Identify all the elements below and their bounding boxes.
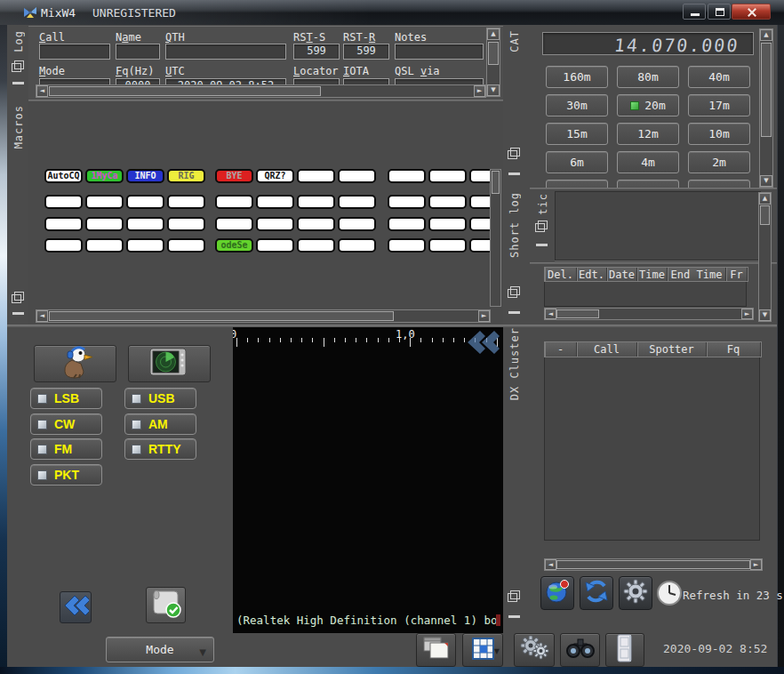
- dx-cluster-undock-icon[interactable]: [508, 590, 520, 602]
- field-input-call[interactable]: [39, 44, 110, 60]
- tab-cat[interactable]: CAT: [508, 30, 521, 52]
- column-header-time[interactable]: Time: [637, 268, 668, 281]
- macro-button-blank[interactable]: [85, 238, 124, 253]
- band-button-30m[interactable]: 30m: [546, 94, 608, 116]
- macro-button-blank[interactable]: [167, 238, 205, 253]
- macro-button-blank[interactable]: [297, 238, 335, 253]
- column-header-spotter[interactable]: Spotter: [637, 342, 707, 357]
- band-button-12m[interactable]: 12m: [617, 123, 679, 145]
- scroll-right-arrow[interactable]: ►: [741, 309, 753, 319]
- dx-refresh-button[interactable]: [580, 576, 613, 610]
- macro-button-info[interactable]: INFO: [126, 169, 164, 183]
- macro-button-blank[interactable]: [428, 169, 467, 183]
- scroll-thumb[interactable]: [49, 86, 321, 96]
- mode-button-lsb[interactable]: LSB: [30, 388, 102, 409]
- search-button[interactable]: [560, 633, 600, 667]
- butterfly-logo-icon[interactable]: [23, 5, 37, 23]
- tab-dx-cluster[interactable]: DX Cluster: [508, 327, 521, 400]
- scroll-thumb[interactable]: [488, 42, 499, 65]
- log-horizontal-scrollbar[interactable]: ◄ ►: [36, 84, 486, 98]
- mode-button-cw[interactable]: CW: [30, 413, 102, 435]
- macro-button-blank[interactable]: [338, 238, 376, 253]
- macro-button-autocq[interactable]: AutoCQ: [44, 169, 83, 183]
- macro-button-blank[interactable]: [469, 169, 490, 183]
- scroll-thumb[interactable]: [761, 43, 772, 137]
- tab-macros[interactable]: Macros: [12, 105, 25, 148]
- cat-vertical-scrollbar[interactable]: ▲ ▼: [759, 28, 773, 188]
- layout-grid-button[interactable]: ▼: [462, 633, 503, 667]
- macro-button-blank[interactable]: [428, 238, 467, 253]
- short-log-horizontal-scrollbar[interactable]: ◄ ►: [544, 308, 754, 320]
- macros-vertical-scrollbar[interactable]: [490, 169, 501, 307]
- macro-button-blank[interactable]: [44, 195, 83, 209]
- scroll-up-arrow[interactable]: ▲: [760, 29, 772, 41]
- macro-button-blank[interactable]: [215, 217, 253, 231]
- scroll-right-arrow[interactable]: ►: [750, 559, 762, 570]
- band-button-17m[interactable]: 17m: [688, 94, 750, 116]
- field-input-qth[interactable]: [165, 44, 286, 60]
- band-button-40m[interactable]: 40m: [688, 66, 750, 88]
- scroll-left-arrow[interactable]: ◄: [36, 85, 48, 97]
- column-header-fq[interactable]: Fq: [707, 342, 761, 357]
- macro-button-blank[interactable]: [85, 217, 124, 231]
- short-log-minimize-icon[interactable]: [508, 311, 520, 314]
- macro-button-blank[interactable]: [256, 195, 294, 209]
- macro-button-blank[interactable]: [85, 195, 124, 209]
- macro-button-blank[interactable]: [256, 238, 294, 253]
- scroll-thumb[interactable]: [556, 560, 750, 569]
- log-script-button[interactable]: [146, 587, 186, 623]
- macros-minimize-icon[interactable]: [12, 312, 24, 315]
- band-button-10m[interactable]: 10m: [688, 123, 750, 145]
- macro-button-blank[interactable]: [469, 217, 490, 231]
- scroll-down-arrow[interactable]: ▼: [487, 84, 500, 96]
- column-header-call[interactable]: Call: [577, 342, 637, 357]
- waterfall-display[interactable]: 0 1,0 (Realtek High Definition (channel …: [233, 327, 503, 633]
- scroll-thumb[interactable]: [760, 205, 770, 225]
- exit-button[interactable]: [605, 633, 644, 667]
- macro-button-odese[interactable]: odeSe: [215, 238, 253, 253]
- column-header-date[interactable]: Date: [607, 268, 637, 281]
- band-button-2m[interactable]: 2m: [688, 151, 750, 173]
- macro-button-blank[interactable]: [338, 195, 376, 209]
- macro-button-blank[interactable]: [388, 238, 426, 253]
- dx-cluster-minimize-icon[interactable]: [508, 615, 520, 618]
- scroll-right-arrow[interactable]: ►: [474, 85, 485, 97]
- band-button-15m[interactable]: 15m: [546, 123, 608, 145]
- macro-button-blank[interactable]: [256, 217, 294, 231]
- close-button[interactable]: [732, 4, 771, 20]
- macros-undock-icon[interactable]: [12, 292, 24, 303]
- band-button-20m[interactable]: 20m: [617, 94, 679, 116]
- macro-button-blank[interactable]: [44, 238, 83, 253]
- band-button-160m[interactable]: 160m: [546, 66, 608, 88]
- scroll-down-arrow[interactable]: ▼: [759, 309, 771, 321]
- macro-button-1myca[interactable]: 1MyCa: [85, 169, 124, 183]
- short-log-vertical-scrollbar[interactable]: ▲ ▼: [758, 192, 772, 322]
- band-button-4m[interactable]: 4m: [617, 151, 679, 173]
- waterfall-collapse-icon[interactable]: [464, 329, 500, 359]
- macro-button-blank[interactable]: [428, 217, 467, 231]
- column-header-del[interactable]: Del.: [545, 268, 577, 281]
- cat-undock-icon[interactable]: [508, 148, 520, 159]
- radar-screen-button[interactable]: [128, 345, 211, 382]
- field-input-name[interactable]: [116, 44, 160, 60]
- band-button-80m[interactable]: 80m: [617, 66, 679, 88]
- macro-button-blank[interactable]: [388, 195, 426, 209]
- macro-button-blank[interactable]: [215, 195, 253, 209]
- dx-settings-button[interactable]: [619, 576, 652, 610]
- settings-button[interactable]: [514, 633, 555, 667]
- dx-web-button[interactable]: [540, 576, 574, 610]
- macro-button-blank[interactable]: [297, 195, 335, 209]
- short-log-undock-icon[interactable]: [508, 286, 520, 298]
- scroll-down-arrow[interactable]: ▼: [760, 175, 772, 187]
- log-undock-icon[interactable]: [12, 60, 24, 72]
- statistic-minimize-icon[interactable]: [536, 244, 548, 246]
- macro-button-blank[interactable]: [126, 195, 164, 209]
- column-header-endtime[interactable]: End Time: [668, 268, 726, 281]
- minimize-button[interactable]: [683, 4, 706, 20]
- field-input-rsts[interactable]: 599: [293, 44, 340, 60]
- mode-button-am[interactable]: AM: [124, 413, 196, 435]
- log-vertical-scrollbar[interactable]: ▲ ▼: [486, 28, 500, 97]
- band-button-6m[interactable]: 6m: [546, 151, 608, 173]
- macro-button-blank[interactable]: [469, 195, 490, 209]
- macro-button-blank[interactable]: [297, 169, 335, 183]
